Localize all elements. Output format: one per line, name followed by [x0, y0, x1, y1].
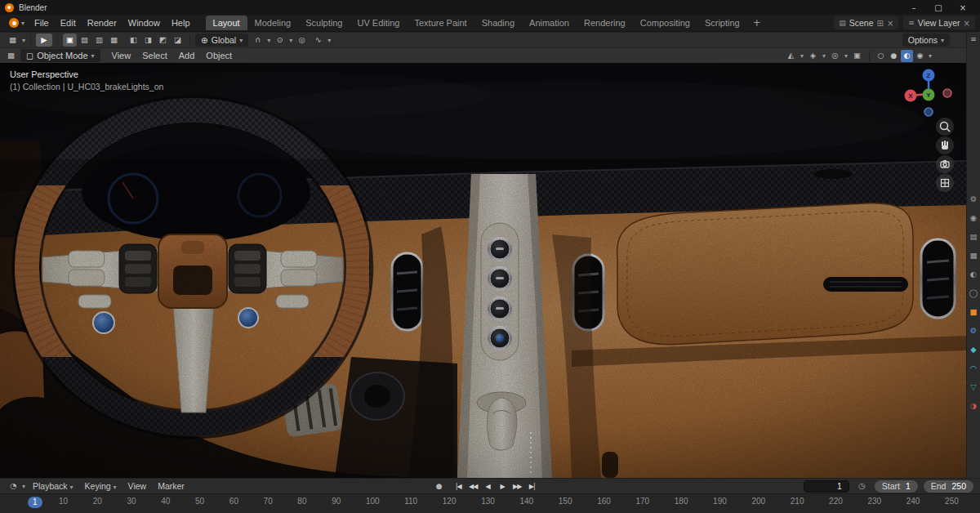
- snap-target-icon[interactable]: ⊙: [273, 33, 287, 47]
- snap-magnet-icon[interactable]: ∩: [251, 33, 265, 47]
- select-extend-icon[interactable]: ▤: [78, 33, 91, 47]
- menu-render[interactable]: Render: [82, 16, 122, 29]
- workspace-tabs: LayoutModelingSculptingUV EditingTexture…: [206, 15, 747, 32]
- camera-view-button[interactable]: [936, 155, 954, 173]
- menu-view[interactable]: View: [122, 480, 153, 493]
- tab-scripting[interactable]: Scripting: [697, 16, 747, 30]
- select-set-icon[interactable]: ▣: [63, 33, 77, 47]
- play-reverse-button[interactable]: ◀: [482, 483, 494, 490]
- tab-material[interactable]: ◑: [970, 402, 977, 410]
- editor-type-icon[interactable]: ▦: [6, 33, 20, 47]
- 3d-scene-canvas[interactable]: [0, 63, 966, 478]
- tab-uv-editing[interactable]: UV Editing: [350, 16, 407, 30]
- tab-layout[interactable]: Layout: [206, 16, 247, 30]
- tab-object[interactable]: ■: [970, 308, 978, 316]
- axis-minus-x-handle[interactable]: [943, 89, 951, 97]
- frame-tick-label: 210: [791, 497, 804, 506]
- current-frame-indicator[interactable]: 1: [28, 497, 42, 508]
- tab-particles[interactable]: ◆: [970, 346, 976, 354]
- tab-modifiers[interactable]: ⚙: [970, 327, 978, 335]
- menu-select[interactable]: Select: [136, 49, 173, 62]
- object-visibility-icon[interactable]: ◭: [784, 49, 798, 62]
- minimize-button[interactable]: –: [902, 0, 926, 15]
- menu-file[interactable]: File: [29, 16, 55, 29]
- tab-rendering[interactable]: Rendering: [577, 16, 633, 30]
- end-frame-field[interactable]: End 250: [924, 480, 973, 493]
- add-workspace-button[interactable]: +: [747, 17, 767, 29]
- start-frame-field[interactable]: Start 1: [875, 480, 918, 493]
- menu-edit[interactable]: Edit: [55, 16, 82, 29]
- preview-range-clock-icon[interactable]: ◷: [855, 480, 869, 493]
- timeline-ruler[interactable]: 1020304050607080901001101201301401501601…: [0, 493, 980, 513]
- tab-shading[interactable]: Shading: [474, 16, 522, 30]
- mode-dropdown[interactable]: ◻ Object Mode ▾: [20, 49, 100, 62]
- editor-type-icon[interactable]: ◔: [7, 480, 20, 493]
- tab-world[interactable]: ◯: [969, 289, 978, 297]
- tab-animation[interactable]: Animation: [522, 16, 577, 30]
- editor-type-icon[interactable]: ▦: [4, 49, 18, 62]
- shading-solid-icon[interactable]: ●: [888, 50, 900, 62]
- tab-render[interactable]: ◉: [970, 214, 977, 222]
- shading-wireframe-icon[interactable]: ○: [875, 50, 887, 62]
- unlink-view-layer-button[interactable]: ×: [964, 19, 970, 28]
- options-dropdown[interactable]: Options ▾: [902, 33, 950, 47]
- tab-physics[interactable]: ◠: [970, 364, 977, 372]
- shading-material-icon[interactable]: ◐: [901, 50, 913, 62]
- shading-rendered-icon[interactable]: ◉: [914, 50, 926, 62]
- menu-window[interactable]: Window: [122, 16, 166, 29]
- chevron-down-icon: ▾: [822, 52, 826, 60]
- menu-object[interactable]: Object: [200, 49, 238, 62]
- svg-text:X: X: [908, 92, 913, 100]
- tool-option-icon-1[interactable]: ◧: [127, 33, 140, 47]
- current-frame-field[interactable]: 1: [804, 480, 849, 493]
- editor-type-icon[interactable]: ≡: [970, 35, 977, 43]
- falloff-curve-icon[interactable]: ∿: [311, 33, 325, 47]
- tab-compositing[interactable]: Compositing: [633, 16, 697, 30]
- tab-sculpting[interactable]: Sculpting: [298, 16, 350, 30]
- menu-keying[interactable]: Keying ▾: [79, 480, 122, 493]
- jump-to-start-button[interactable]: |◀: [452, 483, 465, 490]
- menu-playback[interactable]: Playback ▾: [27, 480, 79, 493]
- active-tool-button[interactable]: ▶: [36, 33, 52, 47]
- show-overlays-icon[interactable]: ◎: [828, 49, 842, 62]
- menu-help[interactable]: Help: [166, 16, 196, 29]
- proportional-editing-icon[interactable]: ◎: [295, 33, 309, 47]
- select-subtract-icon[interactable]: ▥: [92, 33, 106, 47]
- transform-orientation-dropdown[interactable]: ⊕ Global ▾: [195, 33, 248, 47]
- next-keyframe-button[interactable]: ▶▶: [511, 483, 523, 490]
- tab-output[interactable]: ▤: [970, 233, 978, 241]
- scene-selector[interactable]: ▤ Scene ⊞ ×: [834, 16, 898, 29]
- toggle-perspective-button[interactable]: [936, 174, 954, 192]
- select-intersect-icon[interactable]: ▦: [107, 33, 121, 47]
- prev-keyframe-button[interactable]: ◀◀: [467, 483, 479, 490]
- zoom-button[interactable]: [936, 118, 954, 136]
- tab-scene[interactable]: ◐: [970, 270, 977, 279]
- menu-add[interactable]: Add: [173, 49, 201, 62]
- auto-keying-toggle[interactable]: ●: [436, 482, 443, 490]
- tab-view-layer[interactable]: ▦: [970, 252, 978, 260]
- blender-app-menu[interactable]: ▾: [5, 18, 29, 28]
- close-button[interactable]: ×: [951, 0, 975, 15]
- unlink-scene-button[interactable]: ×: [887, 19, 893, 28]
- scene-icon: ▤: [839, 19, 846, 27]
- tool-option-icon-4[interactable]: ◪: [171, 33, 185, 47]
- jump-to-end-button[interactable]: ▶|: [526, 483, 538, 490]
- tab-texture-paint[interactable]: Texture Paint: [407, 16, 474, 30]
- tool-option-icon-2[interactable]: ◨: [141, 33, 155, 47]
- tool-option-icon-3[interactable]: ◩: [156, 33, 170, 47]
- view-layer-selector[interactable]: ≡ View Layer ×: [903, 16, 975, 29]
- 3d-viewport[interactable]: User Perspective (1) Collection | U_HC03…: [0, 63, 980, 478]
- menu-marker[interactable]: Marker: [152, 480, 190, 493]
- maximize-button[interactable]: □: [926, 0, 951, 15]
- toggle-xray-icon[interactable]: ▣: [850, 49, 864, 62]
- tab-object-data[interactable]: ▽: [970, 383, 976, 391]
- tab-tool[interactable]: ⚙: [970, 195, 978, 203]
- tab-modeling[interactable]: Modeling: [247, 16, 299, 30]
- play-button[interactable]: ▶: [497, 483, 509, 490]
- menu-view[interactable]: View: [106, 49, 137, 62]
- show-gizmo-icon[interactable]: ◈: [806, 49, 820, 62]
- pan-button[interactable]: [936, 136, 954, 154]
- axis-minus-z-handle[interactable]: [924, 108, 933, 116]
- new-scene-button[interactable]: ⊞: [877, 19, 884, 28]
- navigation-gizmo[interactable]: Z X Y: [902, 65, 956, 119]
